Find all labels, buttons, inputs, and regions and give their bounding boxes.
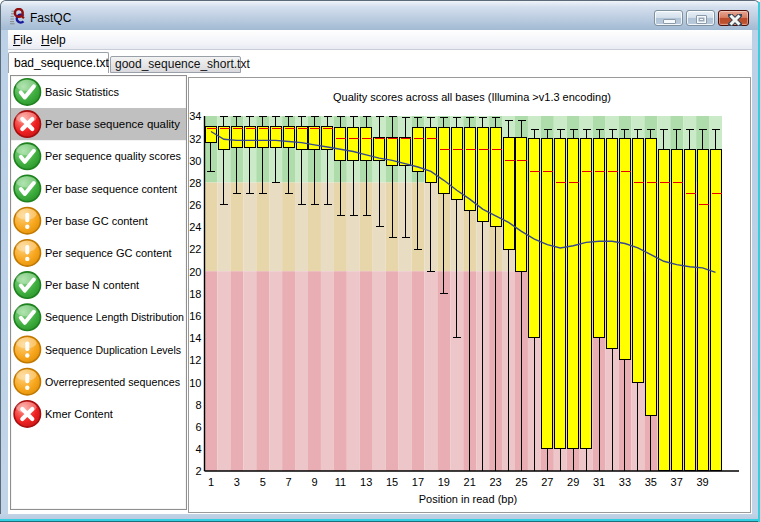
svg-text:Per sequence GC content: Per sequence GC content: [45, 247, 172, 259]
svg-text:Per base sequence content: Per base sequence content: [45, 183, 177, 195]
svg-text:3: 3: [234, 476, 240, 488]
svg-text:Position in read (bp): Position in read (bp): [419, 493, 517, 505]
svg-text:9: 9: [311, 476, 317, 488]
svg-text:31: 31: [593, 476, 605, 488]
svg-text:8: 8: [195, 399, 201, 411]
svg-text:29: 29: [567, 476, 579, 488]
svg-text:10: 10: [189, 377, 201, 389]
svg-text:13: 13: [360, 476, 372, 488]
svg-text:6: 6: [195, 421, 201, 433]
svg-text:33: 33: [619, 476, 631, 488]
svg-text:Basic Statistics: Basic Statistics: [45, 86, 119, 98]
svg-text:25: 25: [515, 476, 527, 488]
svg-text:Kmer Content: Kmer Content: [45, 408, 113, 420]
svg-text:20: 20: [189, 266, 201, 278]
svg-text:5: 5: [260, 476, 266, 488]
svg-text:16: 16: [189, 310, 201, 322]
svg-text:Per base N content: Per base N content: [45, 279, 139, 291]
svg-text:Per sequence quality scores: Per sequence quality scores: [45, 150, 181, 162]
svg-text:17: 17: [412, 476, 424, 488]
svg-text:12: 12: [189, 354, 201, 366]
svg-text:Per base sequence quality: Per base sequence quality: [45, 118, 181, 130]
svg-text:19: 19: [438, 476, 450, 488]
svg-text:Sequence Duplication Levels: Sequence Duplication Levels: [45, 344, 181, 356]
svg-text:Per base GC content: Per base GC content: [45, 215, 148, 227]
svg-text:21: 21: [464, 476, 476, 488]
svg-text:15: 15: [386, 476, 398, 488]
svg-text:23: 23: [489, 476, 501, 488]
svg-text:4: 4: [195, 443, 201, 455]
svg-text:11: 11: [335, 476, 346, 488]
svg-text:26: 26: [189, 199, 201, 211]
svg-text:39: 39: [696, 476, 708, 488]
svg-text:27: 27: [541, 476, 553, 488]
svg-text:14: 14: [189, 332, 201, 344]
svg-text:35: 35: [645, 476, 657, 488]
svg-text:7: 7: [286, 476, 292, 488]
svg-text:Sequence Length Distribution: Sequence Length Distribution: [45, 311, 184, 323]
svg-text:1: 1: [208, 476, 214, 488]
svg-text:18: 18: [189, 288, 201, 300]
svg-text:22: 22: [189, 243, 201, 255]
svg-text:28: 28: [189, 177, 201, 189]
svg-text:Overrepresented sequences: Overrepresented sequences: [45, 376, 180, 388]
svg-text:30: 30: [189, 155, 201, 167]
svg-text:32: 32: [189, 133, 201, 145]
svg-text:2: 2: [195, 465, 201, 477]
svg-text:24: 24: [189, 221, 201, 233]
svg-text:37: 37: [671, 476, 683, 488]
svg-text:34: 34: [189, 110, 201, 122]
svg-text:Quality scores across all base: Quality scores across all bases (Illumin…: [333, 91, 611, 103]
